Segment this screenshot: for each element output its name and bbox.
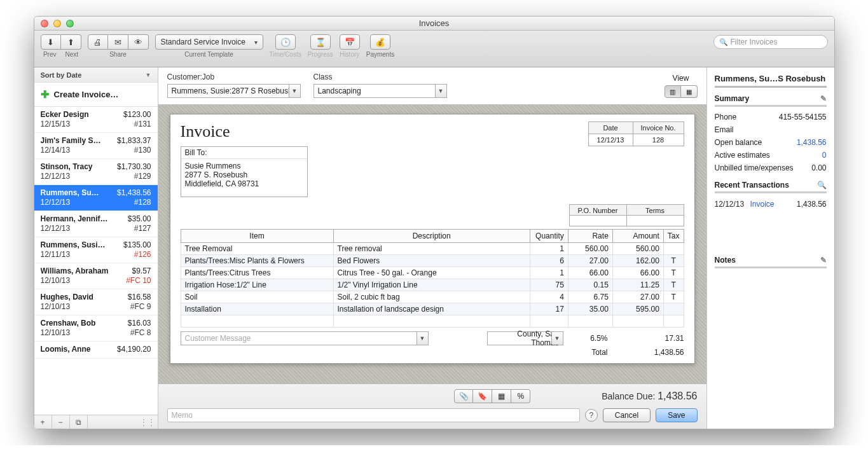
customer-message-placeholder: Customer Message: [185, 334, 251, 343]
terms-value[interactable]: [626, 215, 684, 226]
invoice-list-item[interactable]: Loomis, Anne$4,190.20: [34, 342, 158, 359]
table-row[interactable]: InstallationInstallation of landscape de…: [181, 303, 684, 315]
grid-button[interactable]: ▦: [492, 389, 511, 403]
create-invoice-button[interactable]: ✚ Create Invoice…: [34, 83, 158, 107]
tax-rate: 6.5%: [563, 334, 608, 343]
progress-button[interactable]: ⌛: [310, 34, 331, 50]
balance-value: 1,438.56: [658, 391, 697, 401]
view-detail-button[interactable]: ▦: [681, 85, 698, 98]
close-icon[interactable]: [41, 20, 48, 27]
zoom-icon[interactable]: [66, 20, 74, 27]
table-row[interactable]: Irrigation Hose:1/2" Line1/2" Vinyl Irri…: [181, 279, 684, 291]
bill-to-box[interactable]: Bill To: Susie Rummens 2877 S. Rosebush …: [181, 146, 308, 197]
sort-by-button[interactable]: Sort by Date ▼: [34, 67, 158, 83]
item-name: Loomis, Anne: [41, 345, 118, 354]
center-pane: Customer:Job Rummens, Susie:2877 S Roseb…: [158, 67, 707, 429]
cell-desc: Installation of landscape design: [333, 303, 530, 315]
attach-button[interactable]: 📎: [454, 389, 473, 403]
email-button[interactable]: ✉: [108, 34, 128, 50]
search-icon[interactable]: 🔍: [817, 181, 827, 190]
cell-tax: [663, 243, 684, 255]
invoice-no-header: Invoice No.: [633, 121, 684, 134]
table-row-blank[interactable]: [181, 315, 684, 328]
invoice-list-item[interactable]: Stinson, Tracy$1,730.3012/12/13#129: [34, 159, 158, 185]
save-button[interactable]: Save: [656, 408, 697, 422]
date-value[interactable]: 12/12/13: [588, 134, 633, 146]
minimize-icon[interactable]: [53, 20, 61, 27]
meta-row: Customer:Job Rummens, Susie:2877 S Roseb…: [158, 67, 706, 105]
col-rate: Rate: [568, 230, 612, 243]
duplicate-button[interactable]: ⧉: [70, 415, 88, 429]
cell-amount: 27.00: [612, 291, 663, 303]
progress-label: Progress: [308, 51, 333, 58]
print-button[interactable]: 🖨: [88, 34, 108, 50]
prev-button[interactable]: ⬇: [41, 34, 61, 50]
balance-due: Balance Due: 1,438.56: [602, 391, 697, 402]
clock-icon: 🕒: [280, 38, 291, 47]
memo-input[interactable]: Memo: [167, 408, 580, 422]
invoice-list-item[interactable]: Rummens, Su…$1,438.5612/12/13#128: [34, 185, 158, 211]
item-number: #FC 9: [128, 302, 151, 311]
cell-tax: T: [663, 267, 684, 279]
item-date: 12/11/13: [41, 250, 124, 259]
prev-label: Prev: [43, 51, 57, 58]
col-desc: Description: [333, 230, 530, 243]
class-field: Class Landscaping ▼: [313, 73, 447, 98]
percent-button[interactable]: %: [511, 389, 530, 403]
invoice-list-item[interactable]: Ecker Design$123.0012/15/13#131: [34, 107, 158, 133]
envelope-icon: ✉: [114, 38, 121, 47]
trans-date: 12/12/13: [715, 200, 750, 209]
resize-grip-icon[interactable]: ⋮⋮: [140, 418, 158, 427]
customer-message-select[interactable]: Customer Message ▼: [181, 331, 429, 345]
table-row[interactable]: SoilSoil, 2 cubic ft bag46.7527.00T: [181, 291, 684, 303]
add-button[interactable]: +: [34, 415, 52, 429]
prev-next-group: ⬇ ⬆ Prev Next: [41, 34, 81, 58]
search-input[interactable]: 🔍 Filter Invoices: [713, 35, 828, 49]
item-number: #FC 8: [128, 328, 151, 337]
invoice-list-item[interactable]: Jim's Family S…$1,833.3712/14/13#130: [34, 133, 158, 159]
timecosts-group: 🕒 Time/Costs: [270, 34, 301, 58]
memo-placeholder: Memo: [172, 411, 193, 420]
customer-select[interactable]: Rummens, Susie:2877 S Rosebush ▼: [167, 84, 301, 98]
cell-item: Installation: [181, 303, 333, 315]
invoice-list-item[interactable]: Crenshaw, Bob$16.0312/10/13#FC 8: [34, 315, 158, 342]
invoice-list-item[interactable]: Hermann, Jennif…$35.0012/12/13#127: [34, 211, 158, 237]
edit-icon[interactable]: ✎: [820, 94, 827, 103]
remove-button[interactable]: −: [52, 415, 70, 429]
item-date: 12/15/13: [41, 120, 124, 128]
invoice-list-item[interactable]: Hughes, David$16.5812/10/13#FC 9: [34, 289, 158, 315]
po-value[interactable]: [569, 215, 627, 226]
template-select[interactable]: Standard Service Invoice: [155, 34, 263, 50]
table-row[interactable]: Tree RemovalTree removal1560.00560.00: [181, 243, 684, 255]
item-number: #128: [117, 198, 151, 207]
next-button[interactable]: ⬆: [61, 34, 81, 50]
invoice-list-item[interactable]: Williams, Abraham$9.5712/10/13#FC 10: [34, 263, 158, 289]
class-select[interactable]: Landscaping ▼: [313, 84, 447, 98]
active-estimates-value[interactable]: 0: [822, 151, 827, 160]
tax-select[interactable]: County, San Thomas ▼: [487, 331, 563, 345]
help-button[interactable]: ?: [585, 409, 598, 422]
history-button[interactable]: 📅: [340, 34, 360, 50]
payments-button[interactable]: 💰: [370, 34, 390, 50]
table-row[interactable]: Plants/Trees:Misc Plants & FlowersBed Fl…: [181, 255, 684, 267]
cell-desc: Citrus Tree - 50 gal. - Orange: [333, 267, 530, 279]
timecosts-button[interactable]: 🕒: [275, 34, 296, 50]
date-invoice-grid: Date Invoice No. 12/12/13 128: [589, 122, 684, 146]
item-amount: $4,190.20: [117, 345, 151, 354]
preview-button[interactable]: 👁: [128, 34, 149, 50]
item-date: 12/10/13: [41, 328, 128, 337]
cancel-button[interactable]: Cancel: [603, 408, 651, 422]
table-row[interactable]: Plants/Trees:Citrus TreesCitrus Tree - 5…: [181, 267, 684, 279]
invoice-no-value[interactable]: 128: [633, 134, 684, 146]
transaction-row[interactable]: 12/12/13 Invoice 1,438.56: [715, 197, 827, 211]
open-balance-value[interactable]: 1,438.56: [797, 138, 827, 147]
view-compact-button[interactable]: ▥: [665, 85, 681, 98]
invoice-list-item[interactable]: Rummens, Susi…$135.0012/11/13#126: [34, 237, 158, 263]
item-amount: $1,438.56: [117, 188, 151, 197]
toolbar: ⬇ ⬆ Prev Next 🖨 ✉ 👁 Share Standard Servi…: [34, 31, 834, 67]
bill-to-line: Middlefield, CA 98731: [185, 179, 303, 188]
edit-icon[interactable]: ✎: [820, 256, 827, 265]
line-items-table: Item Description Quantity Rate Amount Ta…: [181, 229, 684, 328]
cell-amount: 66.00: [612, 267, 663, 279]
stamp-button[interactable]: 🔖: [473, 389, 492, 403]
